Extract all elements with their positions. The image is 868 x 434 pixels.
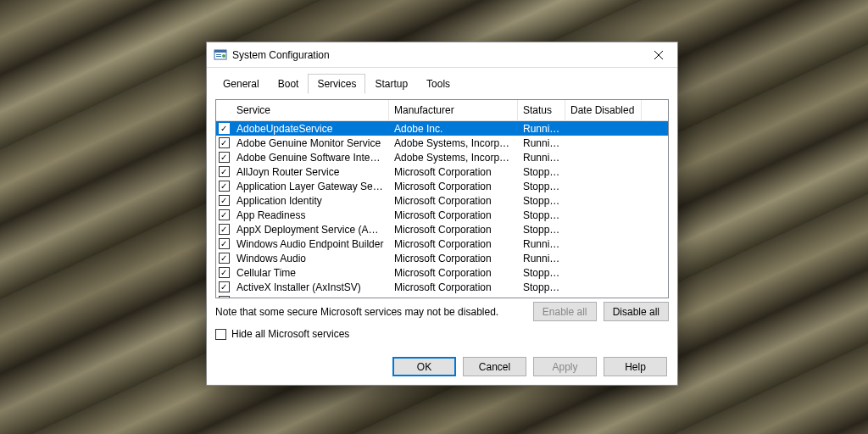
status-cell: Stopped [518,209,565,222]
apply-button[interactable]: Apply [533,357,597,376]
hide-microsoft-label[interactable]: Hide all Microsoft services [231,328,349,340]
service-row[interactable]: AppX Deployment Service (App...Microsoft… [216,222,668,236]
date-disabled-cell [565,287,642,288]
service-row[interactable]: App ReadinessMicrosoft CorporationStoppe… [216,208,668,222]
manufacturer-cell: Adobe Systems, Incorpora... [389,151,518,164]
manufacturer-cell: Adobe Inc. [389,122,518,136]
service-name-cell: Cellular Time [231,266,389,280]
system-configuration-window: System Configuration GeneralBootServices… [206,42,678,386]
manufacturer-cell: Microsoft Corporation [389,165,518,179]
svg-rect-3 [216,56,221,57]
header-checkbox-spacer [216,100,231,120]
service-row[interactable]: Adobe Genuine Monitor ServiceAdobe Syste… [216,136,668,150]
service-checkbox[interactable] [219,296,230,298]
services-listview[interactable]: Service Manufacturer Status Date Disable… [215,99,669,298]
svg-rect-1 [214,50,226,53]
status-cell: Running [518,295,565,298]
column-header-manufacturer[interactable]: Manufacturer [389,100,518,120]
service-row[interactable]: AdobeUpdateServiceAdobe Inc.Running [216,121,668,136]
date-disabled-cell [565,157,642,159]
titlebar[interactable]: System Configuration [207,42,677,68]
manufacturer-cell: Microsoft Corporation [389,180,518,193]
row-checkbox-cell [216,224,231,235]
service-checkbox[interactable] [219,166,230,177]
help-button[interactable]: Help [604,357,667,376]
service-name-cell: AdobeUpdateService [231,122,389,136]
service-name-cell: Adobe Genuine Monitor Service [231,136,389,150]
listview-body[interactable]: AdobeUpdateServiceAdobe Inc.RunningAdobe… [216,121,668,298]
date-disabled-cell [565,186,642,187]
service-row[interactable]: Bluetooth Battery Monitor ServiceLuculen… [216,294,668,298]
service-name-cell: AllJoyn Router Service [231,165,389,179]
service-checkbox[interactable] [219,238,230,249]
service-checkbox[interactable] [219,123,230,134]
ok-button[interactable]: OK [392,357,456,376]
service-row[interactable]: Application IdentityMicrosoft Corporatio… [216,193,668,208]
service-checkbox[interactable] [219,281,230,292]
service-checkbox[interactable] [219,181,230,192]
service-checkbox[interactable] [219,253,230,264]
row-checkbox-cell [216,253,231,264]
manufacturer-cell: Microsoft Corporation [389,266,518,280]
cancel-button[interactable]: Cancel [463,357,526,376]
date-disabled-cell [565,200,642,202]
service-row[interactable]: Adobe Genuine Software Integri...Adobe S… [216,150,668,164]
service-name-cell: Application Identity [231,194,389,208]
svg-rect-2 [216,54,221,55]
svg-point-4 [222,54,225,58]
services-tab-panel: Service Manufacturer Status Date Disable… [207,94,677,348]
service-checkbox[interactable] [219,209,230,220]
service-checkbox[interactable] [219,195,230,206]
row-checkbox-cell [216,238,231,249]
service-checkbox[interactable] [219,137,230,148]
status-cell: Stopped [518,223,565,236]
service-name-cell: Windows Audio Endpoint Builder [231,237,389,251]
window-title: System Configuration [232,49,639,61]
service-checkbox[interactable] [219,224,230,235]
row-checkbox-cell [216,195,231,206]
service-name-cell: ActiveX Installer (AxInstSV) [231,281,389,294]
manufacturer-cell: Microsoft Corporation [389,252,518,265]
status-cell: Running [518,237,565,251]
date-disabled-cell [565,142,642,144]
tab-services[interactable]: Services [308,74,365,94]
hide-microsoft-checkbox[interactable] [215,329,226,340]
tab-boot[interactable]: Boot [269,74,309,94]
service-name-cell: Windows Audio [231,252,389,265]
service-checkbox[interactable] [219,152,230,163]
row-checkbox-cell [216,181,231,192]
status-cell: Stopped [518,266,565,280]
row-checkbox-cell [216,166,231,177]
column-header-status[interactable]: Status [518,100,565,120]
tab-general[interactable]: General [214,74,269,94]
date-disabled-cell [565,229,642,231]
service-name-cell: AppX Deployment Service (App... [231,223,389,236]
service-row[interactable]: Windows Audio Endpoint BuilderMicrosoft … [216,236,668,251]
service-checkbox[interactable] [219,267,230,278]
disable-all-button[interactable]: Disable all [604,302,669,321]
service-name-cell: Adobe Genuine Software Integri... [231,151,389,164]
service-name-cell: Bluetooth Battery Monitor Service [231,295,389,298]
tab-startup[interactable]: Startup [365,74,417,94]
row-checkbox-cell [216,296,231,298]
enable-all-button[interactable]: Enable all [533,302,597,321]
service-row[interactable]: Windows AudioMicrosoft CorporationRunnin… [216,251,668,265]
service-row[interactable]: Application Layer Gateway ServiceMicroso… [216,179,668,193]
status-cell: Running [518,122,565,136]
date-disabled-cell [565,243,642,245]
service-row[interactable]: ActiveX Installer (AxInstSV)Microsoft Co… [216,280,668,294]
column-header-service[interactable]: Service [231,100,389,120]
status-cell: Running [518,136,565,150]
tab-tools[interactable]: Tools [417,74,459,94]
service-row[interactable]: Cellular TimeMicrosoft CorporationStoppe… [216,265,668,280]
service-name-cell: Application Layer Gateway Service [231,180,389,193]
close-icon [654,51,663,59]
service-row[interactable]: AllJoyn Router ServiceMicrosoft Corporat… [216,164,668,179]
msconfig-icon [214,48,227,62]
date-disabled-cell [565,214,642,216]
close-button[interactable] [639,42,677,68]
listview-header: Service Manufacturer Status Date Disable… [216,100,668,121]
status-cell: Stopped [518,180,565,193]
manufacturer-cell: Adobe Systems, Incorpora... [389,136,518,150]
column-header-date-disabled[interactable]: Date Disabled [565,100,642,120]
